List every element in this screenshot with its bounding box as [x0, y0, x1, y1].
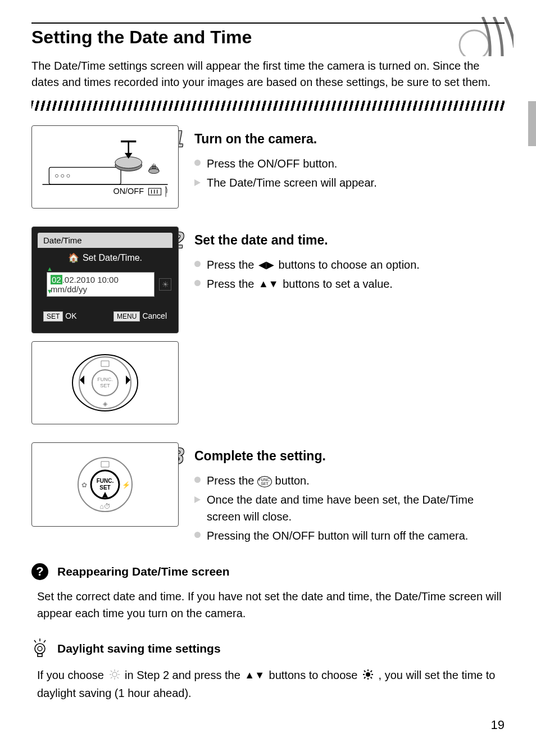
- page-number: 19: [491, 718, 505, 732]
- svg-rect-9: [148, 188, 161, 195]
- step-1-text: 1 Turn on the camera. Press the ON/OFF b…: [194, 125, 505, 193]
- hatch-divider: [31, 101, 505, 111]
- svg-line-24: [34, 640, 36, 642]
- svg-point-3: [55, 174, 58, 177]
- step-title-1: Turn on the camera.: [194, 132, 317, 147]
- step-2-item-2: Press the ▲▼ buttons to set a value.: [194, 275, 505, 292]
- svg-text:SET: SET: [100, 383, 110, 388]
- svg-text:⌂⏱: ⌂⏱: [99, 503, 110, 510]
- svg-text:⚡: ⚡: [122, 481, 130, 489]
- svg-text:◈: ◈: [103, 400, 108, 407]
- lightbulb-icon: [31, 639, 48, 659]
- up-down-icon: ▲▼: [244, 668, 265, 683]
- svg-line-34: [111, 671, 112, 672]
- svg-line-36: [117, 671, 119, 672]
- svg-text:FUNC.: FUNC.: [97, 478, 114, 484]
- intro-text: The Date/Time settings screen will appea…: [31, 58, 505, 90]
- figure-onoff: ON/OFF: [31, 125, 179, 209]
- sun-on-icon: [362, 668, 374, 685]
- svg-point-26: [35, 644, 45, 654]
- func-set-icon: FUNC.SET: [257, 476, 272, 487]
- onoff-label: ON/OFF: [113, 187, 144, 196]
- step-1-item-1: Press the ON/OFF button.: [194, 155, 505, 172]
- section-title: Setting the Date and Time: [31, 27, 505, 48]
- tip-title-2: Daylight saving time settings: [57, 642, 221, 655]
- tip-body-2: If you choose in Step 2 and press the ▲▼…: [31, 664, 505, 701]
- svg-point-29: [112, 672, 117, 677]
- left-right-icon: ◀▶: [258, 257, 274, 273]
- svg-line-46: [364, 677, 366, 678]
- svg-point-8: [148, 169, 159, 174]
- step-1-item-2: The Date/Time screen will appear.: [194, 174, 505, 191]
- figure-datetime-screen: Date/Time 🏠Set Date/Time. ▲ 02.02.2010 1…: [31, 227, 179, 333]
- svg-line-45: [371, 671, 373, 672]
- section-title-wrap: Setting the Date and Time: [31, 22, 505, 48]
- page: Setting the Date and Time The Date/Time …: [0, 0, 536, 756]
- svg-text:FUNC.: FUNC.: [97, 377, 113, 382]
- step-3: FUNC. SET ✿ ⚡ ⌂⏱ 3 Complete the setting.…: [31, 442, 505, 546]
- sun-off-icon: [109, 668, 120, 685]
- dt-value: 02.02.2010 10:00 mm/dd/yy: [47, 272, 155, 297]
- svg-point-4: [61, 174, 64, 177]
- tip-body-1: Set the correct date and time. If you ha…: [31, 586, 505, 622]
- tip-dst: Daylight saving time settings If you cho…: [31, 639, 505, 701]
- svg-line-44: [371, 677, 373, 678]
- step-3-item-2: Once the date and time have been set, th…: [194, 491, 505, 525]
- tab-indicator: [528, 101, 536, 146]
- svg-rect-28: [38, 654, 42, 657]
- svg-text:SET: SET: [99, 485, 110, 491]
- svg-point-27: [38, 646, 42, 651]
- step-title-3: Complete the setting.: [194, 449, 326, 464]
- step-3-text: 3 Complete the setting. Press the FUNC.S…: [194, 442, 505, 546]
- figure-control-wheel-lr: FUNC. SET ◈: [31, 341, 179, 424]
- svg-text:✿: ✿: [81, 481, 87, 489]
- step-3-item-3: Pressing the ON/OFF button will turn off…: [194, 527, 505, 544]
- figure-column: Date/Time 🏠Set Date/Time. ▲ 02.02.2010 1…: [31, 227, 179, 432]
- step-1: ON/OFF 1 Turn on the camera. Press the O…: [31, 125, 505, 216]
- svg-line-25: [44, 640, 46, 642]
- dt-footer: SETOK MENUCancel: [38, 297, 172, 320]
- question-icon: ?: [31, 563, 48, 580]
- figure-control-wheel-func: FUNC. SET ✿ ⚡ ⌂⏱: [31, 442, 179, 527]
- step-2: Date/Time 🏠Set Date/Time. ▲ 02.02.2010 1…: [31, 227, 505, 432]
- svg-point-38: [366, 672, 370, 677]
- step-2-item-1: Press the ◀▶ buttons to choose an option…: [194, 256, 505, 273]
- svg-line-43: [364, 671, 366, 672]
- up-down-icon: ▲▼: [258, 277, 279, 292]
- step-3-item-1: Press the FUNC.SET button.: [194, 472, 505, 489]
- svg-point-5: [67, 174, 70, 177]
- dt-header: Date/Time: [38, 233, 172, 248]
- svg-rect-1: [49, 168, 121, 185]
- dt-subheader: 🏠Set Date/Time.: [38, 248, 172, 272]
- figure-column: ON/OFF: [31, 125, 179, 216]
- figure-column: FUNC. SET ✿ ⚡ ⌂⏱: [31, 442, 179, 535]
- tip-title-1: Reappearing Date/Time screen: [57, 565, 230, 578]
- tip-reappearing: ? Reappearing Date/Time screen Set the c…: [31, 563, 505, 622]
- step-2-text: 2 Set the date and time. Press the ◀▶ bu…: [194, 227, 505, 295]
- step-title-2: Set the date and time.: [194, 233, 328, 248]
- dst-icon: ☀︎: [159, 278, 171, 291]
- svg-line-35: [117, 677, 119, 678]
- svg-line-37: [111, 677, 112, 678]
